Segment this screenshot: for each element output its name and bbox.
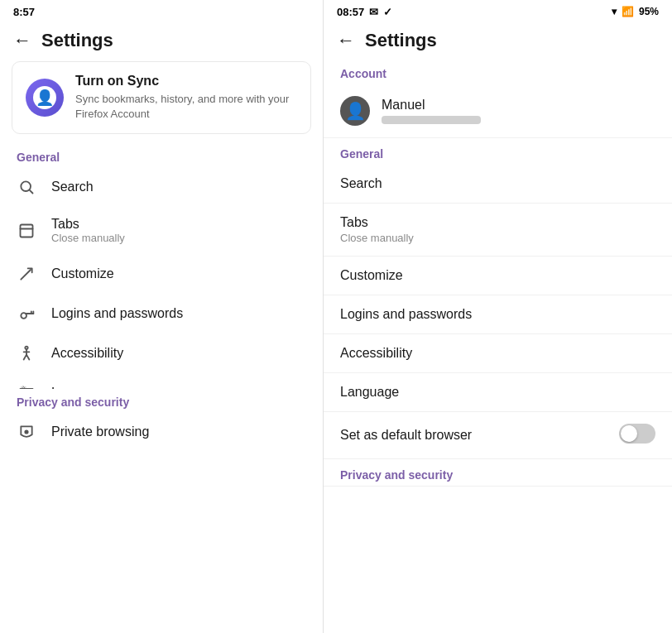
svg-line-1: [30, 190, 33, 194]
back-button-right[interactable]: ←: [337, 30, 355, 51]
settings-item-search[interactable]: Search: [0, 167, 323, 207]
right-settings-item-logins[interactable]: Logins and passwords: [324, 295, 672, 334]
right-default-browser-label: Set as default browser: [340, 428, 472, 443]
status-mail-icon: ✉: [369, 6, 378, 18]
privacy-list-left: Private browsing: [0, 412, 323, 633]
user-email-placeholder: [382, 116, 481, 124]
customize-item-label: Customize: [51, 266, 114, 281]
general-section-label-left: General: [0, 144, 323, 167]
settings-item-language[interactable]: 文 Language: [0, 373, 323, 388]
user-account-row[interactable]: 👤 Manuel: [324, 84, 672, 138]
settings-list-left: Search Tabs Close manually Customize: [0, 167, 323, 388]
right-default-browser-toggle[interactable]: [619, 424, 655, 444]
status-right-left-group: 08:57 ✉ ✓: [337, 6, 392, 18]
right-accessibility-label: Accessibility: [340, 346, 412, 361]
svg-line-4: [21, 270, 31, 280]
accessibility-item-text: Accessibility: [51, 346, 123, 361]
right-tabs-label: Tabs: [340, 215, 414, 230]
status-right-right-group: ▾ 📶 95%: [612, 6, 659, 17]
header-left: ← Settings: [0, 23, 323, 61]
settings-item-accessibility[interactable]: Accessibility: [0, 333, 323, 373]
right-toggle-knob: [621, 425, 637, 442]
status-time-left: 8:57: [13, 6, 35, 18]
tabs-icon: [17, 221, 36, 241]
right-language-label: Language: [340, 385, 399, 400]
user-avatar: 👤: [340, 96, 370, 126]
wifi-icon: ▾: [612, 6, 617, 17]
general-section-header-right: General: [324, 138, 672, 165]
right-tabs-text: Tabs Close manually: [340, 215, 414, 244]
right-language-text: Language: [340, 385, 399, 400]
svg-rect-2: [21, 224, 33, 237]
status-check-icon: ✓: [383, 6, 392, 18]
signal-icon: 📶: [622, 6, 634, 17]
settings-item-logins[interactable]: Logins and passwords: [0, 294, 323, 333]
accessibility-item-label: Accessibility: [51, 346, 123, 361]
right-search-text: Search: [340, 176, 382, 191]
status-bar-right: 08:57 ✉ ✓ ▾ 📶 95%: [324, 0, 672, 23]
right-search-label: Search: [340, 176, 382, 191]
tabs-item-label: Tabs: [51, 217, 125, 232]
right-accessibility-text: Accessibility: [340, 346, 412, 361]
sync-text: Turn on Sync Sync bookmarks, history, an…: [75, 74, 297, 122]
battery-text: 95%: [639, 6, 659, 17]
settings-item-customize[interactable]: Customize: [0, 254, 323, 294]
account-section-label: Account: [340, 67, 386, 80]
search-item-text: Search: [51, 180, 94, 194]
tabs-item-text: Tabs Close manually: [51, 217, 125, 244]
right-tabs-sub: Close manually: [340, 232, 414, 244]
right-settings-item-search[interactable]: Search: [324, 165, 672, 204]
logins-item-text: Logins and passwords: [51, 306, 183, 321]
right-settings-item-language[interactable]: Language: [324, 373, 672, 412]
status-time-right: 08:57: [337, 6, 364, 18]
sync-user-icon: 👤: [36, 89, 54, 107]
page-title-right: Settings: [365, 30, 437, 51]
right-customize-text: Customize: [340, 268, 403, 283]
right-settings-item-accessibility[interactable]: Accessibility: [324, 334, 672, 373]
customize-icon: [17, 264, 36, 284]
right-default-browser-text: Set as default browser: [340, 428, 472, 443]
search-item-label: Search: [51, 180, 94, 194]
right-settings-item-customize[interactable]: Customize: [324, 257, 672, 295]
sync-subtitle: Sync bookmarks, history, and more with y…: [75, 92, 297, 122]
header-right: ← Settings: [324, 23, 672, 61]
settings-item-private[interactable]: Private browsing: [0, 412, 323, 452]
settings-item-tabs[interactable]: Tabs Close manually: [0, 207, 323, 254]
private-item-label: Private browsing: [51, 424, 149, 439]
user-name: Manuel: [382, 98, 481, 113]
sync-avatar: 👤: [26, 79, 64, 117]
settings-list-right: Account 👤 Manuel General Search Tabs Clo…: [324, 61, 672, 633]
right-customize-label: Customize: [340, 268, 403, 283]
general-section-label-right: General: [340, 147, 383, 161]
tabs-item-sub: Close manually: [51, 232, 125, 244]
right-default-browser-toggle-wrap[interactable]: [619, 424, 655, 447]
privacy-section-label-left: Privacy and security: [0, 389, 323, 412]
right-logins-label: Logins and passwords: [340, 307, 472, 322]
accessibility-icon: [17, 343, 36, 363]
private-item-text: Private browsing: [51, 424, 149, 439]
sync-avatar-inner: 👤: [33, 86, 56, 109]
user-info: Manuel: [382, 98, 481, 124]
privacy-section-label-right: Privacy and security: [340, 468, 453, 482]
right-panel: 08:57 ✉ ✓ ▾ 📶 95% ← Settings Account 👤 M…: [323, 0, 672, 633]
private-icon: [17, 422, 36, 442]
sync-card[interactable]: 👤 Turn on Sync Sync bookmarks, history, …: [12, 61, 311, 134]
logins-icon: [17, 304, 36, 324]
right-settings-item-default-browser[interactable]: Set as default browser: [324, 412, 672, 459]
right-settings-item-tabs[interactable]: Tabs Close manually: [324, 204, 672, 257]
right-logins-text: Logins and passwords: [340, 307, 472, 322]
search-icon: [17, 177, 36, 197]
customize-item-text: Customize: [51, 266, 114, 281]
account-section-header: Account: [324, 61, 672, 84]
user-avatar-icon: 👤: [345, 101, 366, 121]
page-title-left: Settings: [41, 30, 113, 51]
left-panel: 8:57 ← Settings 👤 Turn on Sync Sync book…: [0, 0, 323, 633]
privacy-section-header-right: Privacy and security: [324, 459, 672, 487]
back-button-left[interactable]: ←: [13, 30, 31, 51]
sync-title: Turn on Sync: [75, 74, 297, 89]
svg-point-17: [25, 430, 27, 433]
status-bar-left: 8:57: [0, 0, 323, 23]
logins-item-label: Logins and passwords: [51, 306, 183, 321]
